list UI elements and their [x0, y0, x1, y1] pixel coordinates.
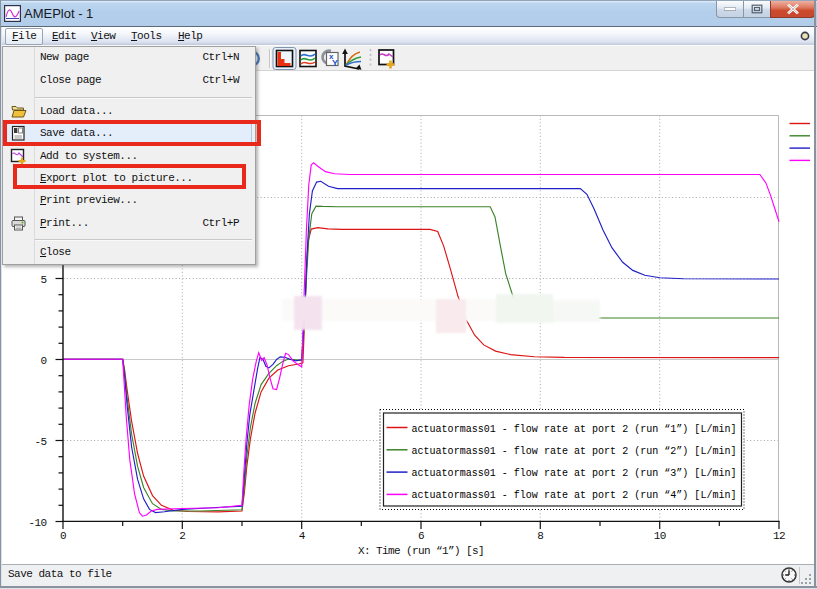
svg-text:actuatormass01 - flow rate at: actuatormass01 - flow rate at port 2 (ru… [412, 467, 737, 479]
svg-text:-5: -5 [34, 436, 46, 448]
svg-text:Y: Y [332, 58, 338, 68]
svg-text:10: 10 [654, 530, 666, 542]
svg-text:0: 0 [60, 530, 66, 542]
svg-text:0: 0 [40, 355, 46, 367]
svg-text:actuatormass01 - flow rate at: actuatormass01 - flow rate at port 2 (ru… [412, 423, 737, 435]
svg-text:5: 5 [40, 274, 46, 286]
svg-text:2: 2 [179, 530, 185, 542]
svg-text:actuatormass01 - flow rate at: actuatormass01 - flow rate at port 2 (ru… [412, 489, 737, 501]
svg-text:-10: -10 [28, 517, 46, 529]
svg-text:6: 6 [418, 530, 424, 542]
svg-text:12: 12 [773, 530, 785, 542]
svg-text:actuatormass01 - flow rate at: actuatormass01 - flow rate at port 2 (ru… [412, 445, 737, 457]
svg-text:X: Time (run “1”) [s]: X: Time (run “1”) [s] [358, 545, 484, 557]
svg-text:8: 8 [537, 530, 543, 542]
svg-text:4: 4 [299, 530, 306, 542]
